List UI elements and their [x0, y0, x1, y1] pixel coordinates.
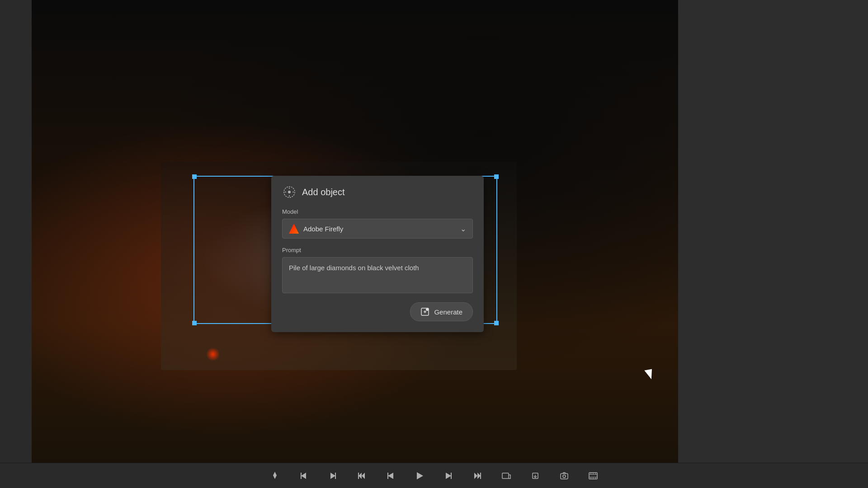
step-back-button[interactable] [382, 468, 399, 484]
filmstrip-button[interactable] [585, 468, 601, 484]
svg-marker-13 [417, 472, 423, 479]
adobe-firefly-logo [289, 224, 299, 234]
main-area: Add object Model Adobe Firefly ⌄ Prompt … [0, 0, 868, 463]
prompt-label: Prompt [282, 247, 473, 253]
red-glow-indicator [206, 347, 220, 361]
snapshot-button[interactable] [556, 468, 572, 484]
out-point-icon [328, 471, 338, 481]
canvas-area[interactable]: Add object Model Adobe Firefly ⌄ Prompt … [32, 0, 678, 463]
right-panel [678, 0, 868, 463]
step-back-many-icon [357, 471, 367, 481]
out-point-button[interactable] [325, 468, 341, 484]
panel-header: Add object [282, 185, 473, 199]
step-forward-many-button[interactable] [469, 468, 486, 484]
step-forward-many-icon [472, 471, 482, 481]
import-button[interactable] [527, 468, 543, 484]
svg-rect-16 [502, 473, 509, 479]
svg-point-20 [563, 475, 566, 478]
step-forward-button[interactable] [440, 468, 457, 484]
prompt-input[interactable]: Pile of large diamonds on black velvet c… [282, 257, 473, 293]
svg-rect-19 [561, 474, 568, 479]
model-dropdown-left: Adobe Firefly [289, 224, 343, 234]
step-back-many-button[interactable] [354, 468, 370, 484]
export-frame-button[interactable] [498, 468, 514, 484]
svg-point-1 [288, 191, 291, 193]
add-object-panel: Add object Model Adobe Firefly ⌄ Prompt … [271, 176, 484, 332]
marker-icon [270, 471, 280, 481]
filmstrip-icon [588, 471, 598, 481]
chevron-down-icon: ⌄ [460, 225, 466, 233]
snapshot-icon [559, 471, 569, 481]
add-object-icon [282, 185, 297, 199]
import-icon [530, 471, 540, 481]
model-dropdown[interactable]: Adobe Firefly ⌄ [282, 219, 473, 239]
left-sidebar-strip [0, 0, 32, 463]
play-button[interactable] [411, 468, 428, 484]
generate-button[interactable]: Generate [410, 302, 473, 321]
export-frame-icon [501, 471, 511, 481]
in-point-icon [299, 471, 309, 481]
generate-btn-row: Generate [282, 302, 473, 321]
generate-label: Generate [434, 308, 462, 316]
marker-button[interactable] [267, 468, 283, 484]
generate-icon [420, 307, 429, 316]
panel-title: Add object [302, 187, 345, 197]
play-icon [415, 471, 425, 481]
step-back-icon [386, 471, 396, 481]
bottom-toolbar [0, 463, 868, 488]
step-forward-icon [443, 471, 453, 481]
svg-point-7 [426, 308, 429, 311]
model-name: Adobe Firefly [303, 225, 343, 233]
svg-marker-8 [273, 472, 277, 479]
model-label: Model [282, 208, 473, 215]
in-point-button[interactable] [296, 468, 312, 484]
